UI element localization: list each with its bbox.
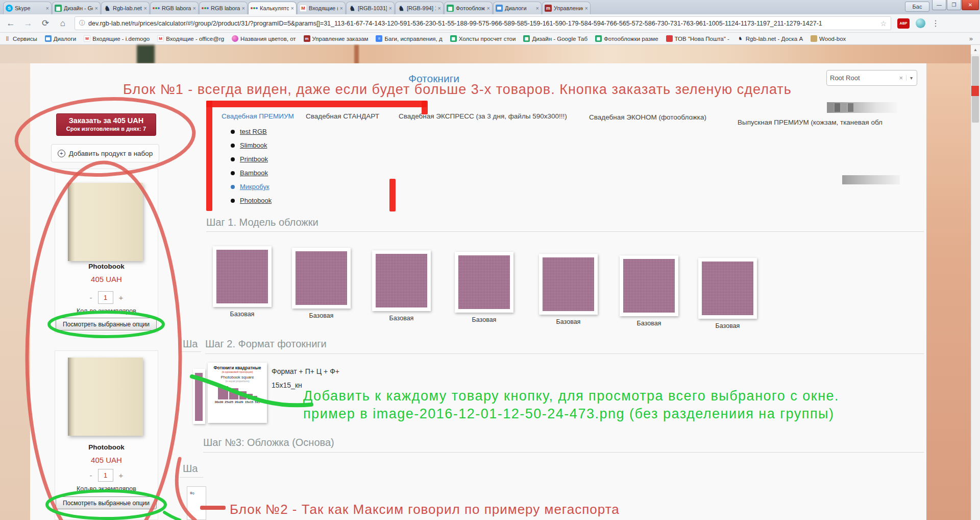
megaplan-icon: m (545, 5, 552, 12)
plus-button[interactable]: + (119, 471, 124, 480)
page-info-icon[interactable]: ⓘ (79, 19, 85, 28)
tab-close-icon[interactable]: × (438, 5, 441, 11)
cover-swatch[interactable]: Базовая (539, 254, 598, 325)
tab-dialogs[interactable]: Диалоги× (493, 2, 542, 14)
tab-inbox[interactable]: MВходящие (10)× (297, 2, 346, 14)
minus-button[interactable]: - (90, 471, 92, 480)
tab-rgb-994[interactable]: ♞[RGB-994] 114× (395, 2, 444, 14)
product-link-microbook[interactable]: Микробук (231, 183, 270, 191)
bookmark-dialogs[interactable]: Диалоги (45, 35, 76, 42)
category-tab-graduation[interactable]: Выпускная ПРЕМИУМ (кожзам, тканевая обл (738, 119, 883, 126)
adblock-icon[interactable]: ABP (897, 18, 910, 29)
browser-menu-icon[interactable]: ⋮ (932, 18, 940, 28)
category-tab-standard[interactable]: Свадебная СТАНДАРТ (306, 112, 379, 120)
bookmark-woodbox[interactable]: Wood-box (811, 35, 846, 42)
cover-swatch[interactable]: Базовая (213, 246, 272, 318)
clear-icon[interactable]: × (896, 74, 906, 82)
product-link-bambook[interactable]: Bambook (231, 169, 268, 177)
product-link-test-rgb[interactable]: test RGB (231, 128, 267, 135)
tab-close-icon[interactable]: × (291, 5, 294, 11)
extension-icon[interactable] (916, 18, 925, 28)
bookmark-colors[interactable]: Названия цветов, от (232, 35, 296, 42)
bookmark-rgblab-board[interactable]: ♞Rgb-lab.net - Доска А (737, 35, 803, 42)
tab-close-icon[interactable]: × (242, 5, 245, 11)
tab-close-icon[interactable]: × (95, 5, 98, 11)
tab-skype[interactable]: SSkype× (3, 2, 52, 14)
tab-rgb-1031[interactable]: ♞[RGB-1031] ++× (346, 2, 395, 14)
address-bar[interactable]: ⓘ dev.rgb-lab.net/ru/prices/calculator/#… (75, 16, 891, 30)
cover-swatch[interactable]: Базовая (455, 252, 513, 323)
bookmark-bugs[interactable]: ≡Баги, исправления, д (376, 35, 442, 42)
tab-photocovers[interactable]: ▦Фотообложки× (444, 2, 493, 14)
tab-close-icon[interactable]: × (487, 5, 490, 11)
tab-close-icon[interactable]: × (585, 5, 588, 11)
view-options-button[interactable]: Посмотреть выбранные опции (56, 318, 157, 330)
close-button[interactable]: ✕ (962, 0, 979, 10)
tab-calculator-active[interactable]: Калькулятор –× (248, 2, 297, 14)
add-product-button[interactable]: + Добавить продукт в набор (51, 144, 159, 162)
tab-design[interactable]: ▦Дизайн - Goog× (52, 2, 101, 14)
tab-rgblab[interactable]: ♞Rgb-lab.net - Д× (101, 2, 150, 14)
plus-button[interactable]: + (119, 293, 124, 302)
fabric-texture (543, 257, 594, 311)
cover-swatch[interactable]: Базовая (620, 255, 678, 327)
category-tab-econom[interactable]: Свадебная ЭКОНОМ (фотообложка) (589, 113, 706, 121)
bookmark-star-icon[interactable]: ☆ (880, 19, 887, 28)
tab-rgb-laboratory-2[interactable]: RGB laboratory× (199, 2, 248, 14)
bookmark-novaposhta[interactable]: ТОВ "Нова Пошта" - (666, 35, 729, 42)
background-detail (354, 45, 359, 64)
tab-close-icon[interactable]: × (46, 5, 49, 11)
restore-button[interactable]: ❐ (947, 0, 961, 10)
bookmark-inbox-1[interactable]: MВходящие - i.demogo (84, 35, 150, 42)
reload-icon[interactable]: ⟳ (40, 18, 51, 29)
bookmarks-overflow-icon[interactable]: » (969, 35, 976, 42)
quantity-stepper: - + (55, 469, 158, 482)
annotation-green-line1: Добавить к каждому товару кнопку, для пр… (303, 388, 839, 404)
bookmark-orders[interactable]: mУправление заказам (304, 35, 369, 42)
quantity-input[interactable] (98, 291, 113, 304)
tab-close-icon[interactable]: × (340, 5, 343, 11)
tab-rgb-laboratory-1[interactable]: RGB laboratory× (150, 2, 199, 14)
tab-close-icon[interactable]: × (389, 5, 392, 11)
annotation-red-block1: Блок №1 - всегда виден, даже если будет … (123, 82, 792, 98)
cover-swatch[interactable]: Базовая (372, 250, 431, 322)
view-options-button[interactable]: Посмотреть выбранные опции (56, 497, 157, 509)
category-tab-premium[interactable]: Свадебная ПРЕМИУМ (222, 112, 294, 120)
tab-orders[interactable]: mУправление за× (542, 2, 591, 14)
tab-close-icon[interactable]: × (144, 5, 147, 11)
chevron-down-icon[interactable]: ▾ (906, 75, 914, 81)
product-link-printbook[interactable]: Printbook (231, 155, 268, 163)
clipped-heading-fragment: Ша (183, 463, 204, 475)
quantity-input[interactable] (98, 469, 113, 482)
root-select[interactable]: Root Root × ▾ (826, 70, 917, 86)
bookmark-services[interactable]: ⣿Сервисы (4, 35, 37, 42)
gmail-icon: M (157, 35, 164, 42)
bookmark-photocovers[interactable]: ▦Фотообложки разме (595, 35, 658, 42)
product-image[interactable] (68, 183, 143, 261)
cover-swatch[interactable]: Базовая (292, 248, 351, 319)
cover-swatch[interactable]: Базовая (698, 258, 757, 329)
quantity-stepper: - + (55, 291, 158, 304)
order-button[interactable]: Заказать за 405 UAH Срок изготовления в … (56, 113, 156, 136)
tab-close-icon[interactable]: × (536, 5, 539, 11)
scrollbar-up-icon[interactable]: ▲ (971, 45, 980, 54)
bookmark-canvas[interactable]: ▦Холсты просчет стои (450, 35, 516, 42)
bookmark-design[interactable]: ▦Дизайн - Google Таб (523, 35, 587, 42)
product-image[interactable] (68, 358, 143, 436)
bookmark-inbox-2[interactable]: MВходящие - office@rg (157, 35, 224, 42)
product-link-photobook[interactable]: Photobook (231, 197, 272, 204)
forward-icon[interactable]: → (22, 18, 34, 29)
scrollbar-thumb[interactable] (972, 56, 979, 123)
minimize-button[interactable]: — (932, 0, 946, 10)
tab-close-icon[interactable]: × (193, 5, 196, 11)
url-text[interactable]: dev.rgb-lab.net/ru/prices/calculator/#!/… (88, 20, 877, 27)
home-icon[interactable]: ⌂ (57, 18, 68, 29)
product-link-slimbook[interactable]: Slimbook (231, 141, 267, 149)
browser-window: SSkype× ▦Дизайн - Goog× ♞Rgb-lab.net - Д… (0, 0, 980, 520)
category-tab-express[interactable]: Свадебная ЭКСПРЕСС (за 3 дня, файлы 590х… (399, 112, 567, 120)
bullet-icon (231, 144, 235, 148)
profile-button[interactable]: Бас (905, 2, 929, 12)
format-card[interactable]: Фоткниги квадратные (в одинаковой пропор… (208, 363, 267, 423)
minus-button[interactable]: - (90, 293, 92, 302)
back-icon[interactable]: ← (5, 18, 16, 29)
